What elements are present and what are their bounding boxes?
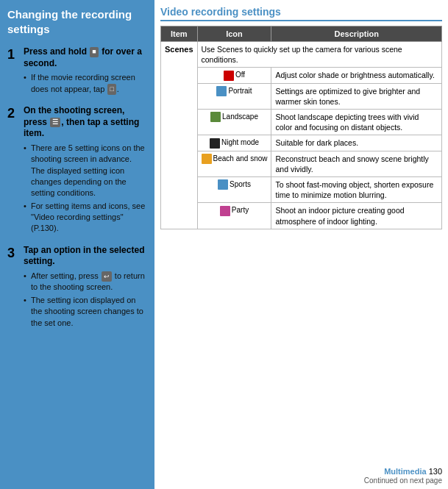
icon-night: Night mode (197, 135, 271, 151)
off-icon (224, 71, 234, 81)
table-row: Off Adjust color shade or brightness aut… (161, 68, 442, 83)
desc-portrait: Settings are optimized to give brighter … (271, 83, 442, 109)
footer: Multimedia 130 Continued on next page (364, 467, 442, 485)
night-icon (210, 138, 220, 149)
step-2-number: 2 (7, 106, 24, 121)
menu-icon: ☰ (50, 118, 60, 128)
right-panel: Video recording settings Item Icon Descr… (154, 0, 448, 489)
icon-landscape: Landscape (197, 110, 271, 135)
party-icon (220, 206, 230, 216)
icon-portrait: Portrait (197, 83, 271, 109)
table-row: Landscape Shoot landscape depicting tree… (161, 110, 442, 135)
icon-sports: Sports (197, 177, 271, 203)
desc-sports: To shoot fast-moving object, shorten exp… (271, 177, 442, 203)
col-header-icon: Icon (197, 26, 271, 42)
step-1-content: Press and hold ■ for over a second. If t… (24, 46, 147, 96)
sports-icon (218, 179, 228, 190)
footer-multimedia: Multimedia (384, 467, 426, 476)
desc-party: Shoot an indoor picture creating good at… (271, 203, 442, 229)
step-2-body: There are 5 setting icons on the shootin… (24, 143, 147, 235)
table-row: Night mode Suitable for dark places. (161, 135, 442, 151)
step-1-bullet-1: If the movie recording screen does not a… (24, 72, 147, 95)
desc-beach: Reconstruct beach and snowy scene bright… (271, 151, 442, 176)
step-1-heading: Press and hold ■ for over a second. (24, 46, 147, 69)
footer-continued: Continued on next page (364, 476, 442, 485)
scenes-header-row: Scenes Use Scenes to quickly set up the … (161, 42, 442, 68)
record-icon: ■ (90, 47, 98, 57)
portrait-icon (216, 86, 227, 96)
scenes-label: Scenes (161, 42, 198, 229)
table-row: Sports To shoot fast-moving object, shor… (161, 177, 442, 203)
table-row: Portrait Settings are optimized to give … (161, 83, 442, 109)
desc-off: Adjust color shade or brightness automat… (271, 68, 442, 83)
step-3-heading: Tap an option in the selected setting. (24, 245, 147, 268)
icon-party: Party (197, 203, 271, 229)
settings-table: Item Icon Description Scenes Use Scenes … (160, 26, 442, 229)
step-3-body: After setting, press ↩ to return to the … (24, 271, 147, 329)
table-row: Beach and snow Reconstruct beach and sno… (161, 151, 442, 176)
step-2-heading: On the shooting screen, press ☰, then ta… (24, 105, 147, 140)
step-2-content: On the shooting screen, press ☰, then ta… (24, 105, 147, 236)
step-3-content: Tap an option in the selected setting. A… (24, 245, 147, 330)
section-title: Video recording settings (160, 6, 442, 21)
left-panel: Changing the recording settings 1 Press … (0, 0, 154, 489)
step-3: 3 Tap an option in the selected setting.… (7, 245, 147, 330)
table-row: Party Shoot an indoor picture creating g… (161, 203, 442, 229)
desc-night: Suitable for dark places. (271, 135, 442, 151)
step-2-bullet-2: For setting items and icons, see "Video … (24, 201, 147, 235)
step-1-number: 1 (7, 47, 24, 63)
step-2-bullet-1: There are 5 setting icons on the shootin… (24, 143, 147, 199)
step-1-body: If the movie recording screen does not a… (24, 72, 147, 95)
table-header-row: Item Icon Description (161, 26, 442, 42)
step-3-bullet-1: After setting, press ↩ to return to the … (24, 271, 147, 293)
beach-icon (202, 154, 212, 164)
col-header-description: Description (271, 26, 442, 42)
icon-beach: Beach and snow (197, 151, 271, 176)
landscape-icon (210, 112, 221, 122)
desc-landscape: Shoot landscape depicting trees with viv… (271, 110, 442, 135)
tap-icon: □ (107, 84, 115, 95)
back-icon: ↩ (102, 271, 112, 282)
step-3-bullet-2: The setting icon displayed on the shooti… (24, 295, 147, 329)
left-title: Changing the recording settings (7, 7, 147, 36)
step-1: 1 Press and hold ■ for over a second. If… (7, 46, 147, 96)
col-header-item: Item (161, 26, 198, 42)
step-3-number: 3 (7, 246, 24, 261)
icon-off: Off (197, 68, 271, 83)
scenes-description: Use Scenes to quickly set up the camera … (197, 42, 441, 68)
step-2: 2 On the shooting screen, press ☰, then … (7, 105, 147, 236)
footer-page-number: 130 (429, 467, 442, 476)
